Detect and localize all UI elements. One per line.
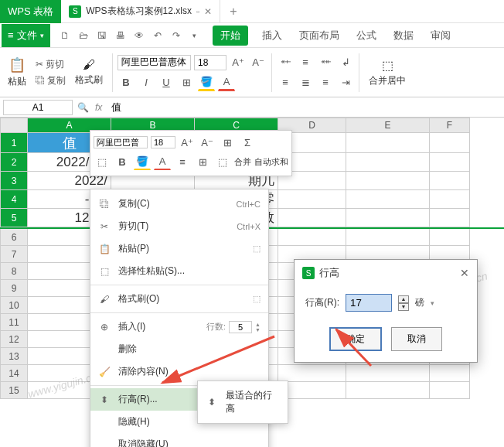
tab-insert[interactable]: 插入 (259, 26, 285, 46)
close-tab-icon[interactable]: ✕ (204, 6, 212, 17)
unit-dropdown-icon[interactable]: ▾ (431, 299, 434, 307)
row-header-12[interactable]: 12 (0, 331, 28, 348)
row-header-13[interactable]: 13 (0, 348, 28, 365)
new-icon[interactable]: 🗋 (56, 27, 73, 44)
row-height-spinner[interactable]: ▲ ▼ (398, 295, 409, 311)
name-box[interactable] (3, 100, 73, 115)
cell-d5[interactable] (278, 209, 346, 227)
ctx-format-painter[interactable]: 🖌 格式刷(O) ⬚ (90, 288, 268, 310)
italic-button[interactable]: I (138, 74, 155, 91)
save-icon[interactable]: 🖫 (94, 27, 111, 44)
row-height-input[interactable] (346, 294, 392, 312)
row-header-1[interactable]: 1 (0, 133, 28, 153)
ctx-delete[interactable]: 删除 (90, 338, 268, 360)
ctx-clear[interactable]: 🧹 清除内容(N) (90, 360, 268, 383)
tab-review[interactable]: 审阅 (427, 26, 454, 46)
wrap-text-icon[interactable]: ↲ (337, 54, 354, 71)
zoom-icon[interactable]: 🔍 (77, 102, 89, 113)
row-header-14[interactable]: 14 (0, 365, 28, 382)
ctx-unhide[interactable]: 取消隐藏(U) (90, 433, 268, 447)
format-painter-button[interactable]: 🖌 格式刷 (70, 55, 107, 90)
spin-up-icon[interactable]: ▲ (398, 295, 409, 303)
mini-format-icon[interactable]: ⬚ (94, 153, 111, 170)
cell-e5[interactable] (346, 209, 430, 227)
ok-button[interactable]: 确定 (329, 327, 382, 351)
cell-f14[interactable] (430, 365, 470, 382)
mini-autosum-icon[interactable]: Σ (239, 134, 256, 151)
spin-down-icon[interactable]: ▼ (398, 303, 409, 311)
mini-align-icon[interactable]: ≡ (174, 153, 191, 170)
tab-page-layout[interactable]: 页面布局 (296, 26, 342, 46)
formula-input[interactable] (107, 100, 501, 114)
align-middle-icon[interactable]: ≡ (297, 54, 314, 71)
cell-e4[interactable] (346, 190, 430, 209)
mini-grid-icon[interactable]: ⊞ (194, 153, 211, 170)
font-color-button[interactable]: A (218, 74, 235, 91)
row-header-4[interactable]: 4 (0, 190, 28, 209)
open-icon[interactable]: 🗁 (75, 27, 92, 44)
cell-f2[interactable] (430, 153, 470, 172)
mini-font-select[interactable] (94, 136, 148, 148)
align-right-icon[interactable]: ≡ (317, 74, 334, 91)
tab-menu-icon[interactable]: ▫ (196, 6, 199, 17)
cell-d14[interactable] (278, 365, 346, 382)
mini-bold-button[interactable]: B (114, 153, 131, 170)
undo-icon[interactable]: ↶ (149, 27, 166, 44)
mini-increase-font-icon[interactable]: A⁺ (179, 134, 196, 151)
cell-f15[interactable] (430, 382, 470, 399)
decrease-font-icon[interactable]: A⁻ (250, 54, 267, 71)
font-size-select[interactable] (194, 55, 226, 70)
print-icon[interactable]: 🖶 (112, 27, 129, 44)
cell-f6[interactable] (430, 229, 470, 246)
cell-f5[interactable] (430, 209, 470, 227)
paste-button[interactable]: 📋 粘贴 (3, 53, 31, 91)
merge-center-button[interactable]: ⬚ 合并居中 (364, 55, 410, 90)
new-tab-button[interactable]: + (220, 5, 246, 19)
mini-decrease-font-icon[interactable]: A⁻ (199, 134, 216, 151)
row-header-9[interactable]: 9 (0, 280, 28, 297)
row-header-2[interactable]: 2 (0, 153, 28, 172)
ctx-cut[interactable]: ✂ 剪切(T) Ctrl+X (90, 215, 268, 237)
mini-merge-label[interactable]: 合并 (234, 156, 251, 168)
ctx-copy[interactable]: ⿻ 复制(C) Ctrl+C (90, 193, 268, 215)
redo-icon[interactable]: ↷ (168, 27, 185, 44)
mini-more-icon[interactable]: ⬚ (214, 153, 231, 170)
mini-border-icon[interactable]: ⊞ (219, 134, 236, 151)
print-preview-icon[interactable]: 👁 (131, 27, 148, 44)
font-select[interactable] (117, 55, 191, 70)
row-header-6[interactable]: 6 (0, 229, 28, 246)
cell-d4[interactable] (278, 190, 346, 209)
cell-d6[interactable] (278, 229, 346, 246)
cell-d15[interactable] (278, 382, 346, 399)
file-menu[interactable]: ≡文件▾ (2, 24, 50, 47)
align-bottom-icon[interactable]: ⬵ (317, 54, 334, 71)
underline-button[interactable]: U (158, 74, 175, 91)
mini-size-select[interactable] (151, 136, 175, 148)
more-icon[interactable]: ▾ (186, 27, 203, 44)
fill-color-button[interactable]: 🪣 (198, 74, 215, 91)
ctx-paste-special[interactable]: ⬚ 选择性粘贴(S)... (90, 260, 268, 282)
cut-button[interactable]: ✂剪切 (32, 56, 69, 73)
cell-f3[interactable] (430, 172, 470, 190)
insert-rows-input[interactable] (229, 321, 252, 333)
ctx-best-fit-row-height[interactable]: ⬍ 最适合的行高 (198, 384, 288, 420)
row-header-7[interactable]: 7 (0, 246, 28, 263)
row-header-15[interactable]: 15 (0, 382, 28, 399)
align-center-icon[interactable]: ≣ (297, 74, 314, 91)
dialog-close-button[interactable]: ✕ (460, 267, 469, 279)
cell-e1[interactable] (346, 133, 430, 153)
cell-f1[interactable] (430, 133, 470, 153)
col-header-f[interactable]: F (430, 118, 470, 133)
tab-data[interactable]: 数据 (390, 26, 417, 46)
cell-e14[interactable] (346, 365, 430, 382)
tab-home[interactable]: 开始 (213, 26, 248, 46)
border-button[interactable]: ⊞ (178, 74, 195, 91)
indent-icon[interactable]: ⇥ (337, 74, 354, 91)
row-header-10[interactable]: 10 (0, 297, 28, 314)
copy-button[interactable]: ⿻复制 (32, 73, 69, 89)
align-left-icon[interactable]: ≡ (277, 74, 294, 91)
row-header-8[interactable]: 8 (0, 263, 28, 280)
ctx-insert[interactable]: ⊕ 插入(I) 行数: ▲▼ (90, 316, 268, 338)
mini-font-color-icon[interactable]: A (154, 153, 171, 170)
bold-button[interactable]: B (117, 74, 135, 91)
